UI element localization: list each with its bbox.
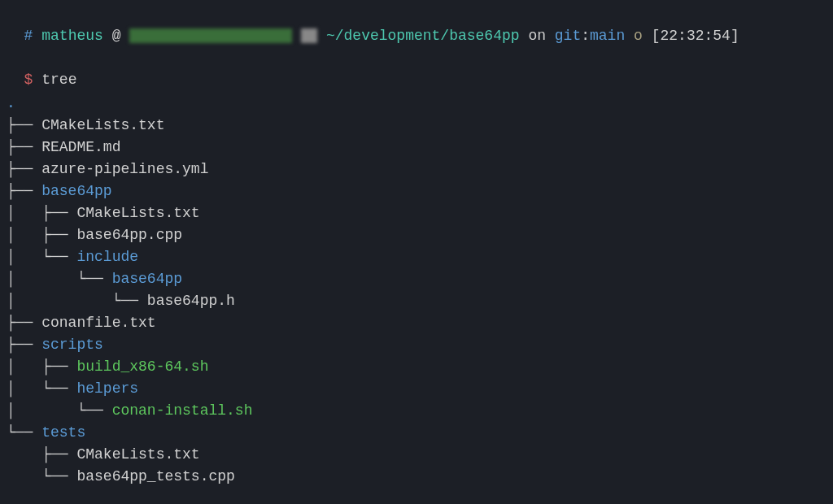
tree-line: │ ├── CMakeLists.txt [7,202,826,224]
prompt-at: @ [112,28,121,44]
prompt-line-1: # matheus @ ~/development/base64pp on gi… [7,3,826,47]
tree-branch-prefix: └── [7,424,41,441]
prompt-dollar: $ [24,72,33,88]
prompt-line-2[interactable]: $ tree [7,47,826,91]
prompt-on: on [528,28,546,44]
tree-branch-prefix: │ └── [7,271,112,287]
tree-branch-prefix: ├── [7,139,41,155]
prompt-git-label: git [555,28,581,44]
tree-entry-dir: scripts [41,337,103,353]
tree-entry-file: CMakeLists.txt [76,446,199,463]
prompt-path: ~/development/base64pp [326,28,520,44]
tree-line: └── tests [7,422,826,444]
tree-branch-prefix: │ └── [7,402,112,419]
tree-line: │ └── base64pp.h [7,290,826,312]
tree-branch-prefix: ├── [7,315,41,331]
prompt-timestamp: [22:32:54] [652,28,739,44]
tree-entry-exec: conan-install.sh [112,402,253,419]
prompt-hash: # [24,28,33,44]
tree-line: └── base64pp_tests.cpp [7,466,826,488]
tree-entry-dir: tests [41,424,85,441]
tree-line: ├── CMakeLists.txt [7,444,826,466]
tree-entry-file: conanfile.txt [41,315,155,331]
tree-branch-prefix: └── [7,468,76,484]
tree-entry-dir: include [76,249,138,265]
prompt-host-redacted [129,28,292,43]
tree-entry-file: CMakeLists.txt [76,205,199,221]
tree-branch-prefix: │ ├── [7,227,76,243]
tree-entry-file: azure-pipelines.yml [41,161,208,177]
tree-output: . ├── CMakeLists.txt├── README.md├── azu… [7,93,826,504]
prompt-git-colon: : [581,28,590,44]
tree-branch-prefix: │ └── [7,249,76,265]
tree-line: ├── azure-pipelines.yml [7,159,826,180]
tree-line: ├── CMakeLists.txt [7,115,826,137]
tree-entry-exec: build_x86-64.sh [76,358,208,375]
tree-entry-file: README.md [41,139,120,155]
prompt-host-extra [301,28,317,43]
tree-line: ├── scripts [7,334,826,356]
tree-line: │ └── base64pp [7,268,826,290]
tree-branch-prefix: ├── [7,161,41,177]
tree-entry-dir: base64pp [112,271,182,287]
tree-branch-prefix: │ ├── [7,205,76,221]
tree-branch-prefix: ├── [7,446,76,463]
tree-root: . [7,93,826,115]
tree-entry-file: base64pp.cpp [76,227,182,243]
tree-branch-prefix: ├── [7,337,41,353]
tree-line: │ └── conan-install.sh [7,400,826,422]
tree-branch-prefix: │ └── [7,380,76,397]
prompt-git-branch: main [590,28,625,44]
tree-branch-prefix: ├── [7,183,41,199]
tree-line: │ ├── build_x86-64.sh [7,356,826,378]
tree-entry-file: CMakeLists.txt [41,117,164,133]
tree-branch-prefix: │ └── [7,293,147,309]
tree-line: ├── conanfile.txt [7,312,826,334]
tree-line: ├── base64pp [7,180,826,202]
tree-branch-prefix: ├── [7,117,41,133]
tree-branch-prefix: │ ├── [7,358,76,375]
tree-entry-dir: base64pp [41,183,111,199]
prompt-git-marker: o [634,28,643,44]
prompt-command: tree [41,72,76,88]
tree-line: ├── README.md [7,137,826,159]
tree-line: │ ├── base64pp.cpp [7,224,826,246]
prompt-user: matheus [41,28,103,44]
tree-entry-file: base64pp.h [147,293,235,309]
tree-entry-dir: helpers [76,380,138,397]
tree-line: │ └── helpers [7,378,826,400]
tree-line: │ └── include [7,246,826,268]
tree-entry-file: base64pp_tests.cpp [76,468,234,484]
